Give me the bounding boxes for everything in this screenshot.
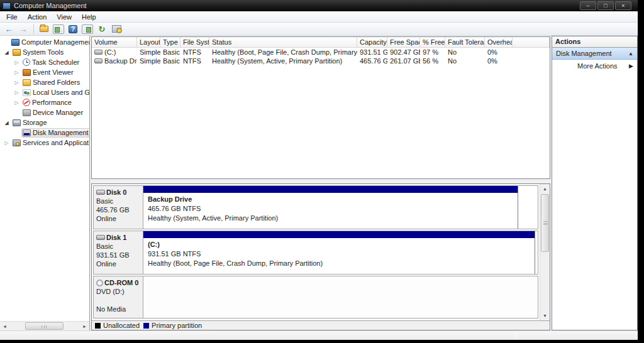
expand-icon[interactable]: [3, 140, 10, 146]
column-header-volume[interactable]: Volume: [92, 37, 137, 47]
scroll-thumb[interactable]: [541, 194, 549, 252]
more-actions-label: More Actions: [577, 62, 618, 70]
cdrom-0-label[interactable]: CD-ROM 0 DVD (D:) No Media: [94, 276, 143, 318]
scroll-left-icon[interactable]: ◄: [0, 322, 9, 331]
close-button[interactable]: ×: [615, 1, 631, 10]
forward-button[interactable]: →: [17, 23, 30, 35]
tree-item-disk-management[interactable]: Disk Management: [0, 128, 89, 138]
refresh-button[interactable]: ↻: [96, 23, 108, 35]
more-actions-item[interactable]: More Actions ▶: [552, 60, 637, 72]
minimize-button[interactable]: –: [580, 1, 596, 10]
partition-color-band: [143, 186, 518, 193]
tree-item-task-scheduler[interactable]: Task Scheduler: [0, 57, 89, 67]
export-list-button[interactable]: [38, 23, 50, 35]
scroll-up-icon[interactable]: ▲: [540, 184, 550, 193]
action-pane-icon: [82, 24, 93, 34]
partition-backup-drive[interactable]: Backup Drive 465.76 GB NTFS Healthy (Sys…: [143, 186, 518, 229]
console-settings-button[interactable]: [110, 23, 123, 35]
collapse-icon[interactable]: [3, 120, 10, 126]
disk-icon: [96, 190, 105, 195]
tree-item-system-tools[interactable]: System Tools: [0, 47, 89, 57]
column-header-layout[interactable]: Layout: [137, 37, 160, 47]
tree-item-performance[interactable]: Performance: [0, 97, 89, 107]
column-header-free-space[interactable]: Free Space: [387, 37, 420, 47]
disk-view-vertical-scrollbar[interactable]: ▲ ▼: [540, 184, 550, 320]
computer-icon: [11, 39, 19, 46]
menu-file[interactable]: File: [1, 11, 23, 23]
collapse-icon[interactable]: [3, 50, 10, 55]
primary-partition-swatch: [143, 323, 149, 329]
console-settings-icon: [112, 25, 121, 33]
pane-splitter[interactable]: [91, 179, 550, 183]
partition-detail: 465.76 GB NTFS: [148, 204, 518, 214]
expand-icon[interactable]: [13, 100, 20, 106]
disk-state: Online: [96, 259, 142, 268]
column-header-type[interactable]: Type: [160, 37, 180, 47]
show-action-pane-button[interactable]: [81, 23, 94, 35]
expand-icon[interactable]: [13, 80, 20, 85]
legend-label: Unallocated: [103, 322, 140, 329]
volume-capacity: 465.76 GB: [357, 57, 387, 65]
scroll-down-icon[interactable]: ▼: [540, 311, 550, 320]
partition-color-band: [143, 231, 535, 239]
tree-item-shared-folders[interactable]: Shared Folders: [0, 77, 89, 87]
refresh-icon: ↻: [99, 24, 106, 34]
partition-c[interactable]: (C:) 931.51 GB NTFS Healthy (Boot, Page …: [143, 231, 535, 274]
disk-size: 465.76 GB: [96, 205, 142, 214]
disk-1-row: Disk 1 Basic 931.51 GB Online (C:): [93, 231, 538, 275]
volume-free-space: 261.07 GB: [387, 57, 420, 65]
legend-primary-partition: Primary partition: [143, 322, 202, 329]
volume-icon: [94, 50, 103, 55]
disk-icon: [96, 235, 105, 240]
scroll-grip: [42, 325, 47, 329]
actions-group-disk-management[interactable]: Disk Management ▲: [552, 48, 637, 60]
console-tree-panel: Computer Management (Local System Tools …: [0, 36, 90, 330]
scroll-track[interactable]: [9, 322, 80, 331]
column-header-overhead[interactable]: Overhead: [485, 37, 513, 47]
expand-icon[interactable]: [13, 60, 20, 65]
menu-action[interactable]: Action: [23, 11, 52, 23]
column-header-pct-free[interactable]: % Free: [420, 37, 445, 47]
legend-unallocated: Unallocated: [95, 322, 140, 329]
disk-0-row: Disk 0 Basic 465.76 GB Online Backup Dri…: [93, 185, 538, 229]
disk-graphical-view: Disk 0 Basic 465.76 GB Online Backup Dri…: [91, 183, 550, 330]
tree-item-storage[interactable]: Storage: [0, 117, 89, 128]
disk-0-label[interactable]: Disk 0 Basic 465.76 GB Online: [94, 186, 143, 229]
tree-item-label: Task Scheduler: [32, 58, 79, 67]
volume-row-c[interactable]: (C:) Simple Basic NTFS Healthy (Boot, Pa…: [92, 48, 550, 57]
partition-name: Backup Drive: [148, 195, 518, 204]
scroll-right-icon[interactable]: ►: [80, 322, 89, 331]
tree-item-device-manager[interactable]: Device Manager: [0, 107, 89, 117]
legend-label: Primary partition: [152, 322, 202, 329]
scroll-thumb[interactable]: [25, 322, 64, 330]
console-tree: Computer Management (Local System Tools …: [0, 36, 89, 148]
help-button[interactable]: ?: [67, 23, 79, 35]
show-console-tree-button[interactable]: [52, 23, 65, 35]
maximize-button[interactable]: □: [597, 1, 614, 10]
disk-1-label[interactable]: Disk 1 Basic 931.51 GB Online: [94, 231, 143, 274]
tree-item-label: System Tools: [23, 48, 64, 57]
collapse-group-icon[interactable]: ▲: [628, 51, 633, 57]
column-header-fault-tolerance[interactable]: Fault Tolerance: [445, 37, 485, 47]
device-manager-icon: [23, 109, 31, 116]
column-header-file-system[interactable]: File System: [180, 37, 209, 47]
tree-item-services-applications[interactable]: Services and Applications: [0, 138, 89, 148]
computer-management-window: Computer Management – □ × File Action Vi…: [0, 0, 638, 340]
volume-fault-tolerance: No: [445, 57, 485, 65]
volume-row-backup-drive[interactable]: Backup Drive Simple Basic NTFS Healthy (…: [92, 57, 550, 65]
volume-list-header: Volume Layout Type File System Status Ca…: [92, 37, 550, 48]
folder-icon: [40, 26, 48, 32]
column-header-status[interactable]: Status: [209, 37, 357, 47]
tree-item-computer-management[interactable]: Computer Management (Local: [0, 37, 89, 47]
menu-help[interactable]: Help: [77, 11, 101, 23]
expand-icon[interactable]: [13, 90, 20, 95]
tree-item-event-viewer[interactable]: Event Viewer: [0, 67, 89, 77]
title-bar[interactable]: Computer Management – □ ×: [0, 0, 638, 11]
back-button[interactable]: ←: [3, 23, 15, 35]
disk-1-partition-area: (C:) 931.51 GB NTFS Healthy (Boot, Page …: [143, 231, 538, 274]
menu-view[interactable]: View: [52, 11, 77, 23]
expand-icon[interactable]: [13, 70, 20, 75]
column-header-capacity[interactable]: Capacity: [357, 37, 387, 47]
tree-horizontal-scrollbar[interactable]: ◄ ►: [0, 321, 89, 330]
tree-item-local-users-groups[interactable]: Local Users and Groups: [0, 87, 89, 97]
